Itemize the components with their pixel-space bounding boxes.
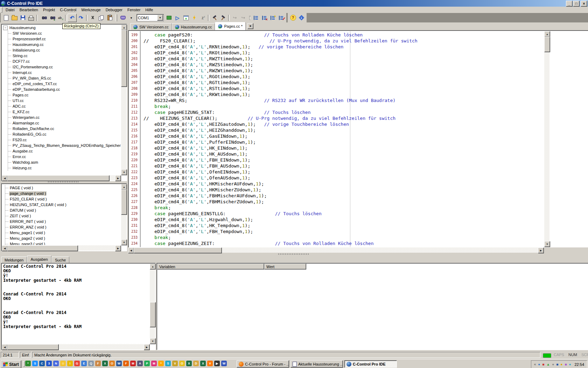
- help-button[interactable]: [289, 14, 297, 22]
- chevron-down-icon[interactable]: ▼: [157, 15, 163, 21]
- tree-file-edip-tastenabarbeitung-cc[interactable]: eDIP_Tastenabarbeitung.cc: [8, 87, 121, 92]
- function-item[interactable]: ZEIT ( void ): [5, 213, 121, 219]
- undo-button[interactable]: [68, 14, 77, 22]
- 3d-tool-icon[interactable]: 3: [46, 361, 52, 366]
- set-breakpoint-button[interactable]: [210, 14, 219, 22]
- tree-file-preprozessordef-cc[interactable]: Preprozessordef.cc: [8, 36, 121, 42]
- tree-file-e-kfz-cc[interactable]: E_KFZ.cc: [8, 109, 121, 115]
- redo-button[interactable]: [77, 14, 85, 22]
- tree-file-interrupt-cc[interactable]: Interrupt.cc: [8, 70, 121, 75]
- output-tab-meldungen[interactable]: Meldungen: [1, 257, 27, 263]
- tab-sw-versionen-cc[interactable]: SW Versionen.cc: [130, 23, 172, 30]
- tab-haussteuerung-cc[interactable]: Haussteuerung.cc: [172, 23, 215, 30]
- c-control-icon[interactable]: C: [39, 361, 45, 366]
- serial-dropdown-button[interactable]: [127, 14, 135, 22]
- word-icon[interactable]: W: [116, 361, 122, 366]
- tree-file-watchdog-asm[interactable]: Watchdog.asm: [8, 159, 121, 165]
- clear-breakpoint-button[interactable]: [219, 14, 227, 22]
- scroll-right-icon[interactable]: ▶: [115, 245, 121, 251]
- find-next-button[interactable]: [47, 14, 56, 22]
- google-earth-icon[interactable]: E: [81, 361, 87, 366]
- step-over-button[interactable]: [231, 14, 239, 22]
- editor-hscrollbar[interactable]: ◀ ▶: [128, 247, 544, 253]
- tree-vscroll-thumb[interactable]: [121, 30, 127, 87]
- scroll-down-icon[interactable]: ▼: [150, 338, 156, 344]
- function-item[interactable]: page_change ( void ): [5, 191, 121, 196]
- replace-button[interactable]: [56, 14, 64, 22]
- function-item[interactable]: Menu_page3 ( void ): [5, 241, 121, 245]
- tree-expand-button[interactable]: [252, 14, 260, 22]
- menu-item-fenster[interactable]: Fenster: [125, 7, 143, 13]
- menu-item-werkzeuge[interactable]: Werkzeuge: [79, 7, 103, 13]
- folder-icon[interactable]: D: [193, 361, 199, 366]
- office-icon[interactable]: O: [179, 361, 185, 366]
- scheduler-icon[interactable]: ●: [560, 363, 562, 366]
- scroll-up-icon[interactable]: ▲: [544, 31, 550, 37]
- media-player-icon[interactable]: ▶: [214, 361, 220, 366]
- menu-item-debugger[interactable]: Debugger: [103, 7, 125, 13]
- tree-hscrollbar[interactable]: ◀ ▶: [2, 175, 121, 180]
- vlc-icon[interactable]: V: [207, 361, 213, 366]
- close-tab-button[interactable]: ×: [247, 23, 253, 29]
- tree-file-rolladen-dachflache-cc[interactable]: Rolladen_Dachflache.cc: [8, 126, 121, 131]
- firefox-icon[interactable]: F: [123, 361, 129, 366]
- clock-icon[interactable]: O: [109, 361, 115, 366]
- update-icon[interactable]: ●: [552, 363, 554, 366]
- function-item[interactable]: ERROR_INIT ( void ): [5, 219, 121, 224]
- tree-file-adc-cc[interactable]: ADC.cc: [8, 103, 121, 109]
- function-item[interactable]: FS20_CLEAR ( void ): [5, 196, 121, 202]
- cut-button[interactable]: [89, 14, 97, 22]
- scroll-left-icon[interactable]: ◀: [2, 245, 8, 251]
- programmer-button[interactable]: [165, 14, 173, 22]
- network-icon[interactable]: ■: [542, 363, 544, 366]
- tree-file-uti-cc[interactable]: UTI.cc: [8, 98, 121, 103]
- tree-file-edip-cmd-codes-txt-cc[interactable]: eDIP_cmd_codes_TXT.cc: [8, 81, 121, 87]
- tree-func-splitter[interactable]: [1, 180, 126, 183]
- function-item[interactable]: PAGE ( void ): [5, 185, 121, 191]
- tree-new-button[interactable]: [268, 14, 277, 22]
- menu-item-bearbeiten[interactable]: Bearbeiten: [17, 7, 41, 13]
- console-hscrollbar[interactable]: ◀ ▶: [2, 344, 150, 349]
- output-console[interactable]: Conrad C-Control Pro 2014 OKO ÿ! Interpr…: [1, 263, 156, 350]
- serial-port-button[interactable]: [119, 14, 127, 22]
- watch-column-variablen[interactable]: Variablen: [157, 264, 264, 270]
- audio-icon[interactable]: A: [137, 361, 143, 366]
- task-button-document[interactable]: Aktuelle Haussteuerung ...: [290, 360, 343, 368]
- task-button-c-control[interactable]: C-Control Pro IDE: [344, 360, 397, 368]
- search-doc-icon[interactable]: Q: [88, 361, 94, 366]
- hide-tray-icon[interactable]: «: [534, 363, 536, 366]
- output-tab-ausgaben[interactable]: Ausgaben: [27, 255, 51, 263]
- photo-icon[interactable]: P: [144, 361, 150, 366]
- function-item[interactable]: HEIZUNG_STAT_CLEAR ( void ): [5, 202, 121, 207]
- func-hscroll-thumb[interactable]: [7, 245, 78, 251]
- tree-file-error-cc[interactable]: Error.cc: [8, 154, 121, 159]
- tree-file-pages-cc[interactable]: Pages.cc: [8, 92, 121, 98]
- save-file-button[interactable]: [19, 14, 27, 22]
- code-editor[interactable]: 199 case pageFS20: // Touchs von Rollade…: [128, 30, 588, 248]
- taskbar-gripper[interactable]: [23, 361, 25, 367]
- console-hscroll-thumb[interactable]: [7, 344, 59, 350]
- tree-file-pv-zsaug-teichp-blumen-bewassrg-h2oenthartg-speicherheizp-cc[interactable]: PV_ZSaug_Teichp_Blumen_Bewassrg_H2OEntha…: [8, 143, 121, 148]
- transfer-button[interactable]: [182, 14, 190, 22]
- code-area[interactable]: 199 case pageFS20: // Touchs von Rollade…: [129, 32, 543, 246]
- tree-edit-button[interactable]: [277, 14, 285, 22]
- menu-item-projekt[interactable]: Projekt: [41, 7, 57, 13]
- tree-file-dcf77-cc[interactable]: DCF77.cc: [8, 59, 121, 64]
- editor-vscrollbar[interactable]: ▲ ▼: [544, 31, 550, 247]
- tree-file-ausgabe-cc[interactable]: Ausgabe.cc: [8, 148, 121, 154]
- mosaic-icon[interactable]: M: [151, 361, 157, 366]
- open-file-button[interactable]: [10, 14, 19, 22]
- usb-icon[interactable]: ▲: [546, 363, 550, 366]
- func-vscroll-thumb[interactable]: [121, 190, 127, 215]
- function-item[interactable]: ERROR_ANZ ( void ): [5, 224, 121, 230]
- scroll-down-icon[interactable]: ▼: [121, 169, 127, 175]
- editor-output-splitter[interactable]: [0, 252, 588, 256]
- swirl-icon[interactable]: S: [165, 361, 171, 366]
- menu-gripper[interactable]: [1, 7, 2, 13]
- menu-item-c-control[interactable]: C-Control: [57, 7, 79, 13]
- editor-vscroll-thumb[interactable]: [544, 37, 550, 52]
- chrome-icon[interactable]: G: [74, 361, 80, 366]
- scroll-left-icon[interactable]: ◀: [2, 344, 8, 350]
- notes-icon[interactable]: N: [53, 361, 59, 366]
- excel-doc-icon[interactable]: X: [186, 361, 192, 366]
